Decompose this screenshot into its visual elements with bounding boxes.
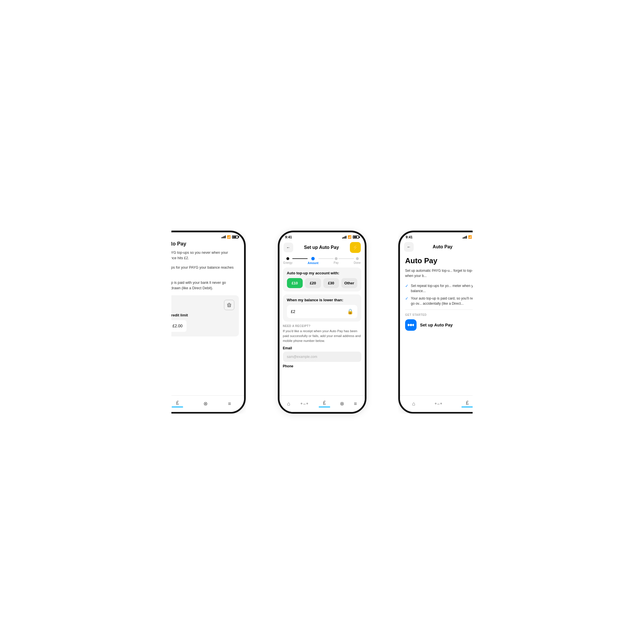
step-energy: Energy [284,257,293,264]
step-line-3 [338,258,354,259]
phone-center-header: ← Set up Auto Pay ⚡ [280,240,365,255]
status-time-right: 9:41 [406,235,413,239]
menu-icon-center: ≡ [354,401,357,407]
nav-item-help-left[interactable]: ⊗ [201,399,210,408]
home-icon-center: ⌂ [287,401,290,407]
svg-rect-1 [228,303,230,304]
amount-btn-20[interactable]: £20 [305,278,321,288]
amount-btn-other[interactable]: Other [341,278,357,288]
step-done: Done [354,257,361,264]
svg-rect-0 [227,304,231,304]
status-time-center: 9:41 [285,235,292,239]
step-amount-dot [311,257,315,260]
header-title-right: Auto Pay [433,244,452,249]
credit-limit-label: Credit limit [169,312,234,318]
phone-left-desc2: op-ups for your PAYG your balance reache… [164,265,239,276]
home-icon-right: ⌂ [412,401,415,407]
nav-item-help-center[interactable]: ⊗ [338,399,346,408]
step-done-label: Done [354,261,361,264]
canvas: 📶 Auto Pay c PAYG top-ups so you never w… [161,161,483,483]
battery-icon-left [232,235,238,239]
nav-item-menu-left[interactable]: ≡ [226,400,233,408]
bottom-nav-left: £ ⊗ ≡ [159,395,244,412]
step-amount-label: Amount [308,261,318,265]
status-bar-right: 9:41 📶 [400,232,485,240]
lightning-icon-center: ⚡ [352,244,358,251]
wifi-icon-center: 📶 [348,235,352,239]
check-item-2: ✓ Your auto top-up is paid card, so you'… [405,296,480,306]
credit-limit-card: Credit limit £2.00 [164,295,239,337]
nav-item-pound-right[interactable]: £ [459,399,475,409]
amount-card: Auto top-up my account with: £10 £20 £30… [283,267,361,292]
step-amount: Amount [308,257,318,265]
step-pay-label: Pay [334,261,338,264]
phone-left-desc3: op-up is paid with your bank ll never go… [164,280,239,291]
pound-icon-right: £ [466,400,469,406]
infinity-icon [405,319,417,331]
pound-icon-left: £ [176,400,179,406]
setup-btn-label: Set up Auto Pay [420,322,453,327]
back-button-center[interactable]: ← [284,243,293,252]
stepper-center: Energy Amount Pay Done [280,255,365,267]
menu-icon-left: ≡ [228,401,231,407]
lightning-button-center[interactable]: ⚡ [350,242,361,253]
wifi-icon-right: 📶 [468,235,472,239]
header-title-center: Set up Auto Pay [304,245,339,250]
nav-item-home-center[interactable]: ⌂ [285,400,292,408]
phone-center: 9:41 📶 ← Set up Auto Pay [278,231,366,414]
phone-left-body: Auto Pay c PAYG top-ups so you never whe… [159,240,244,337]
help-icon-left: ⊗ [203,401,208,407]
phone-left-title: Auto Pay [164,240,239,248]
signal-icon-right [463,236,467,239]
step-pay: Pay [334,257,338,264]
signal-icon-center [342,236,346,239]
amount-btn-10[interactable]: £10 [287,278,303,288]
phone-label: Phone [283,364,361,368]
amount-options-row: £10 £20 £30 Other [287,278,357,288]
bottom-nav-center: ⌂ ⚬–⚬ £ ⊗ ≡ [280,395,365,412]
nav-item-menu-center[interactable]: ≡ [352,400,359,408]
step-line-2 [318,258,334,259]
nav-item-nodes-right[interactable]: ⚬–⚬ [432,400,445,407]
check-mark-1: ✓ [405,284,409,288]
balance-card: When my balance is lower than: £2 🔒 [283,294,361,322]
help-icon-center: ⊗ [340,401,344,407]
phone-right-desc: Set up automatic PAYG top-u... forget to… [405,268,480,279]
receipt-label: NEED A RECEIPT? [283,324,361,328]
check-text-1: Set repeat top-ups for yo... meter when … [411,283,480,294]
step-line-1 [292,258,308,259]
status-bar-center: 9:41 📶 [280,232,365,240]
setup-auto-pay-button[interactable]: Set up Auto Pay [405,319,480,331]
nav-item-nodes-center[interactable]: ⚬–⚬ [298,400,311,407]
balance-card-title: When my balance is lower than: [287,298,357,302]
credit-limit-value: £2.00 [169,320,187,332]
phone-right-body: Auto Pay Set up automatic PAYG top-u... … [400,254,485,331]
nodes-icon-center: ⚬–⚬ [300,401,309,406]
nav-item-home-right[interactable]: ⌂ [410,400,418,408]
pound-icon-center: £ [323,400,326,406]
wifi-icon-left: 📶 [227,235,231,239]
phone-right: 9:41 📶 ← Auto Pay [398,231,487,414]
phone-left: 📶 Auto Pay c PAYG top-ups so you never w… [157,231,246,414]
nav-item-pound-center[interactable]: £ [316,399,332,409]
check-item-1: ✓ Set repeat top-ups for yo... meter whe… [405,283,480,294]
step-energy-dot [286,257,289,260]
email-input[interactable]: sam@example.com [283,352,361,362]
get-started-label: GET STARTED [405,310,480,316]
back-button-right[interactable]: ← [404,242,414,252]
amount-btn-30[interactable]: £30 [323,278,339,288]
amount-card-title: Auto top-up my account with: [287,271,357,275]
nav-item-pound-left[interactable]: £ [169,399,185,409]
step-pay-dot [335,257,338,260]
check-mark-2: ✓ [405,296,409,301]
trash-icon[interactable] [224,300,234,310]
battery-icon-right [473,235,479,239]
step-done-dot [356,257,359,260]
phone-left-desc1: c PAYG top-ups so you never when your ba… [164,250,239,261]
bottom-nav-right: ⌂ ⚬–⚬ £ [400,395,485,412]
status-bar-left: 📶 [159,232,244,240]
receipt-desc: If you'd like a receipt when your Auto P… [283,329,361,344]
lock-icon: 🔒 [347,308,353,315]
back-arrow-center: ← [286,245,290,250]
receipt-section: NEED A RECEIPT? If you'd like a receipt … [283,324,361,368]
